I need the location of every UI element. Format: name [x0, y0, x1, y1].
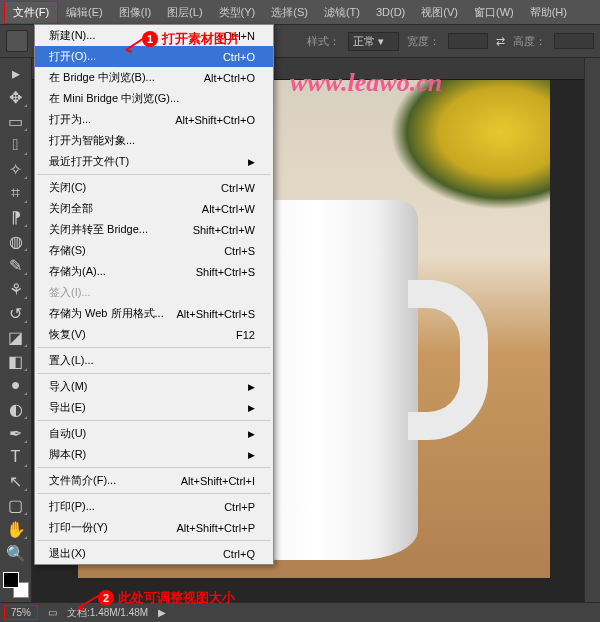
- menu-item[interactable]: 置入(L)...: [35, 350, 273, 371]
- menu-layer[interactable]: 图层(L): [159, 2, 210, 23]
- brush-tool-icon[interactable]: ✎: [4, 254, 28, 276]
- gradient-tool-icon[interactable]: ◧: [4, 350, 28, 372]
- style-select[interactable]: 正常 ▾: [348, 32, 399, 51]
- menu-view[interactable]: 视图(V): [413, 2, 466, 23]
- menu-item[interactable]: 最近打开文件(T)▶: [35, 151, 273, 172]
- history-brush-tool-icon[interactable]: ↺: [4, 302, 28, 324]
- menu-item[interactable]: 打印(P)...Ctrl+P: [35, 496, 273, 517]
- color-swatch[interactable]: [3, 572, 29, 598]
- annotation-1: 1 打开素材图片: [142, 30, 240, 48]
- menu-item[interactable]: 自动(U)▶: [35, 423, 273, 444]
- move-tool-icon[interactable]: ✥: [4, 86, 28, 108]
- menu-edit[interactable]: 编辑(E): [58, 2, 111, 23]
- annotation-2-badge: 2: [98, 590, 114, 606]
- annotation-2-arrow-icon: [74, 594, 100, 612]
- lasso-tool-icon[interactable]: 𓏢: [4, 134, 28, 156]
- style-label: 样式：: [307, 34, 340, 49]
- menu-item[interactable]: 存储(S)Ctrl+S: [35, 240, 273, 261]
- menu-item[interactable]: 关闭(C)Ctrl+W: [35, 177, 273, 198]
- menu-image[interactable]: 图像(I): [111, 2, 159, 23]
- zoom-level[interactable]: 75%: [4, 605, 38, 620]
- toolbar: ▸ ✥ ▭ 𓏢 ✧ ⌗ ⁋ ◍ ✎ ⚘ ↺ ◪ ◧ ● ◐ ✒ T ↖ ▢ ✋ …: [0, 58, 32, 602]
- zoom-tool-icon[interactable]: 🔍: [4, 542, 28, 564]
- menu-type[interactable]: 类型(Y): [211, 2, 264, 23]
- swap-icon[interactable]: ⇄: [496, 35, 505, 48]
- type-tool-icon[interactable]: T: [4, 446, 28, 468]
- menu-item[interactable]: 打开为智能对象...: [35, 130, 273, 151]
- menu-3d[interactable]: 3D(D): [368, 3, 413, 21]
- watermark: www.leawo.cn: [290, 68, 442, 98]
- menu-item[interactable]: 打印一份(Y)Alt+Shift+Ctrl+P: [35, 517, 273, 538]
- path-tool-icon[interactable]: ↖: [4, 470, 28, 492]
- tool-tabs-icon[interactable]: ▸: [4, 62, 28, 84]
- crop-tool-icon[interactable]: ⌗: [4, 182, 28, 204]
- tool-preset-icon[interactable]: [6, 30, 28, 52]
- doc-size-icon: ▭: [48, 607, 57, 618]
- statusbar-arrow-icon[interactable]: ▶: [158, 607, 166, 618]
- menu-file[interactable]: 文件(F): [4, 1, 58, 24]
- menu-item[interactable]: 存储为 Web 所用格式...Alt+Shift+Ctrl+S: [35, 303, 273, 324]
- eraser-tool-icon[interactable]: ◪: [4, 326, 28, 348]
- menu-item[interactable]: 恢复(V)F12: [35, 324, 273, 345]
- eyedropper-tool-icon[interactable]: ⁋: [4, 206, 28, 228]
- foreground-color[interactable]: [3, 572, 19, 588]
- menu-item: 签入(I)...: [35, 282, 273, 303]
- height-label: 高度：: [513, 34, 546, 49]
- file-menu-dropdown: 新建(N)...Ctrl+N打开(O)...Ctrl+O在 Bridge 中浏览…: [34, 24, 274, 565]
- hand-tool-icon[interactable]: ✋: [4, 518, 28, 540]
- wand-tool-icon[interactable]: ✧: [4, 158, 28, 180]
- menu-item[interactable]: 脚本(R)▶: [35, 444, 273, 465]
- menu-item[interactable]: 关闭并转至 Bridge...Shift+Ctrl+W: [35, 219, 273, 240]
- annotation-2: 2 此处可调整视图大小: [98, 589, 235, 607]
- menu-select[interactable]: 选择(S): [263, 2, 316, 23]
- marquee-tool-icon[interactable]: ▭: [4, 110, 28, 132]
- annotation-1-arrow-icon: [122, 36, 146, 54]
- menu-item[interactable]: 退出(X)Ctrl+Q: [35, 543, 273, 564]
- menu-item[interactable]: 打开(O)...Ctrl+O: [35, 46, 273, 67]
- heal-tool-icon[interactable]: ◍: [4, 230, 28, 252]
- pen-tool-icon[interactable]: ✒: [4, 422, 28, 444]
- stamp-tool-icon[interactable]: ⚘: [4, 278, 28, 300]
- menu-filter[interactable]: 滤镜(T): [316, 2, 368, 23]
- blur-tool-icon[interactable]: ●: [4, 374, 28, 396]
- shape-tool-icon[interactable]: ▢: [4, 494, 28, 516]
- menu-item[interactable]: 在 Bridge 中浏览(B)...Alt+Ctrl+O: [35, 67, 273, 88]
- menu-item[interactable]: 导入(M)▶: [35, 376, 273, 397]
- width-input[interactable]: [448, 33, 488, 49]
- annotation-1-text: 打开素材图片: [162, 30, 240, 48]
- menu-item[interactable]: 文件简介(F)...Alt+Shift+Ctrl+I: [35, 470, 273, 491]
- right-panel-collapsed[interactable]: [584, 58, 600, 602]
- menu-item[interactable]: 在 Mini Bridge 中浏览(G)...: [35, 88, 273, 109]
- menu-item[interactable]: 导出(E)▶: [35, 397, 273, 418]
- menu-window[interactable]: 窗口(W): [466, 2, 522, 23]
- height-input[interactable]: [554, 33, 594, 49]
- menu-item[interactable]: 关闭全部Alt+Ctrl+W: [35, 198, 273, 219]
- annotation-2-text: 此处可调整视图大小: [118, 589, 235, 607]
- menu-item[interactable]: 存储为(A)...Shift+Ctrl+S: [35, 261, 273, 282]
- menu-help[interactable]: 帮助(H): [522, 2, 575, 23]
- menubar: 文件(F) 编辑(E) 图像(I) 图层(L) 类型(Y) 选择(S) 滤镜(T…: [0, 0, 600, 24]
- width-label: 宽度：: [407, 34, 440, 49]
- dodge-tool-icon[interactable]: ◐: [4, 398, 28, 420]
- menu-item[interactable]: 打开为...Alt+Shift+Ctrl+O: [35, 109, 273, 130]
